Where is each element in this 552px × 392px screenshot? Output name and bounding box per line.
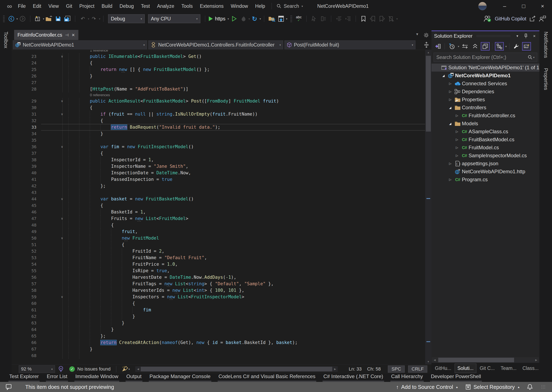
panel-grip[interactable] <box>476 35 511 37</box>
code-line[interactable]: 49fruit, <box>12 228 425 235</box>
next-bookmark-button[interactable] <box>378 14 386 23</box>
chevron-down-icon[interactable]: ▾ <box>99 17 100 21</box>
solution-configuration-dropdown[interactable]: Debug▾ <box>108 14 145 23</box>
tree-item-fruitmodel-cs[interactable]: ▷C#FruitModel.cs <box>431 144 539 152</box>
code-line[interactable]: 47∨Fruits = new List<FruitModel> <box>12 215 425 222</box>
chevron-down-icon[interactable]: ▾ <box>396 17 398 21</box>
menu-git[interactable]: Git <box>62 3 76 9</box>
navigate-cursor-back-button[interactable] <box>310 14 318 23</box>
chevron-down-icon[interactable]: ▾ <box>259 17 261 21</box>
menu-file[interactable]: File <box>14 3 29 9</box>
code-line[interactable]: 45{ <box>12 202 425 209</box>
tree-item-fruitbasketmodel-cs[interactable]: ▷C#FruitBasketModel.cs <box>431 136 539 144</box>
tree-item-solution-netcorewebapidemo1-1-of-1-proje[interactable]: Solution 'NetCoreWebAPIDemo1' (1 of 1 pr… <box>431 63 539 72</box>
code-line[interactable]: 61fim <box>12 307 425 313</box>
code-line[interactable]: 59∨Inspectors = new List<FruitInspectorM… <box>12 294 425 300</box>
tree-collapsed-icon[interactable]: ▷ <box>447 82 453 85</box>
menu-help[interactable]: Help <box>251 3 269 9</box>
search-control[interactable]: Search ▾ <box>275 3 304 9</box>
panel-title-bar[interactable]: Solution Explorer ▼ × <box>431 31 539 41</box>
menu-extensions[interactable]: Extensions <box>196 3 227 9</box>
chevron-down-icon[interactable]: ▾ <box>43 17 44 21</box>
sync-with-active-document-icon[interactable] <box>460 42 469 50</box>
scroll-up-icon[interactable]: ▲ <box>425 50 431 55</box>
code-line[interactable]: 57FruitTags = new List<string> { "Defaul… <box>12 281 425 287</box>
panel-horizontal-scrollbar[interactable]: ◀ ▶ <box>432 357 539 363</box>
properties-wrench-icon[interactable] <box>512 42 521 50</box>
panel-tab-team[interactable]: Team... <box>498 364 519 373</box>
menu-build[interactable]: Build <box>98 3 116 9</box>
tree-expanded-icon[interactable]: ◢ <box>447 122 453 125</box>
code-line[interactable]: 26} <box>12 73 425 79</box>
member-dropdown[interactable]: Post(FruitModel fruit) ▾ <box>284 40 416 49</box>
chevron-down-icon[interactable]: ▾ <box>286 17 287 21</box>
file-nesting-icon[interactable] <box>495 42 504 50</box>
browse-home-button[interactable] <box>277 14 285 23</box>
code-line[interactable]: 23∨public IEnumerable<FruitBasketModel> … <box>12 53 425 60</box>
menu-tools[interactable]: Tools <box>178 3 196 9</box>
panel-tab-class[interactable]: Class... <box>520 364 539 373</box>
navigate-forward-button[interactable] <box>19 14 27 23</box>
fold-arrow-icon[interactable]: ∨ <box>41 144 68 150</box>
spaces-indicator[interactable]: SPC <box>388 365 405 373</box>
code-line[interactable]: 67} <box>12 346 425 352</box>
code-line[interactable]: 30{ <box>12 105 425 111</box>
properties-tab[interactable]: Properties <box>543 64 549 94</box>
code-line[interactable]: 36∨var fim = new FruitInspectorModel() <box>12 144 425 150</box>
solution-platform-dropdown[interactable]: Any CPU▾ <box>148 14 200 23</box>
tree-collapsed-icon[interactable]: ▷ <box>454 130 460 133</box>
notifications-tab[interactable]: Notifications <box>543 28 549 62</box>
maximize-button[interactable]: □ <box>514 0 533 12</box>
tree-item-asampleclass-cs[interactable]: ▷C#ASampleClass.cs <box>431 128 539 136</box>
spell-check-button[interactable]: abc ✓ <box>295 14 303 23</box>
code-line[interactable]: 44∨var basket = new FruitBasketModel() <box>12 196 425 202</box>
document-tab[interactable]: FruitInfoController.cs ⊣ ✕ <box>14 30 78 40</box>
scroll-right-icon[interactable]: ▶ <box>533 357 539 363</box>
code-line[interactable]: 54FruitPrice = 1.0, <box>12 261 425 268</box>
scroll-right-icon[interactable]: ▶ <box>332 366 338 372</box>
issues-label[interactable]: No issues found <box>77 366 111 372</box>
resize-grip[interactable] <box>541 385 546 389</box>
start-without-debugging-button[interactable] <box>230 14 238 23</box>
code-cleanup-broom-icon[interactable] <box>122 366 128 372</box>
code-line[interactable]: 31∨if (fruit == null || string.IsNullOrE… <box>12 111 425 118</box>
eol-indicator[interactable]: CRLF <box>408 365 427 373</box>
menu-project[interactable]: Project <box>76 3 98 9</box>
menu-analyze[interactable]: Analyze <box>153 3 178 9</box>
code-line[interactable]: 37{ <box>12 150 425 157</box>
toggle-bookmark-button[interactable] <box>359 14 367 23</box>
clear-bookmarks-button[interactable] <box>387 14 395 23</box>
menu-edit[interactable]: Edit <box>29 3 45 9</box>
chevron-down-icon[interactable]: ▾ <box>249 17 250 21</box>
tree-item-appsettings-json[interactable]: ▷{ }appsettings.json <box>431 160 539 168</box>
code-line[interactable]: 58HarvesterIds = new List<int> { 100, 10… <box>12 287 425 294</box>
code-line[interactable]: 41PassedInspection = true <box>12 176 425 183</box>
code-line[interactable]: 52FruitId = 2, <box>12 248 425 254</box>
find-in-files-button[interactable] <box>268 14 276 23</box>
code-line[interactable]: 29∨public ActionResult<FruitBasketModel>… <box>12 98 425 105</box>
navigate-back-button[interactable] <box>7 14 15 23</box>
split-window-icon[interactable] <box>423 42 429 48</box>
close-panel-icon[interactable]: × <box>532 34 537 39</box>
editor-options-gear-icon[interactable] <box>423 32 429 38</box>
fold-arrow-icon[interactable]: ∨ <box>41 294 68 300</box>
code-line[interactable]: 62} <box>12 313 425 320</box>
fold-arrow-icon[interactable]: ∨ <box>41 111 68 118</box>
chevron-down-icon[interactable]: ▾ <box>505 45 507 48</box>
github-copilot-status[interactable]: GitHub Copilot <box>483 12 546 25</box>
horizontal-scrollbar[interactable]: ◀ ▶ <box>135 366 338 372</box>
show-all-files-icon[interactable] <box>481 42 490 50</box>
avatar[interactable] <box>478 2 487 10</box>
tree-item-program-cs[interactable]: ▷C#Program.cs <box>431 175 539 184</box>
code-line[interactable]: 64} <box>12 326 425 333</box>
code-line[interactable]: 48{ <box>12 222 425 228</box>
menu-window[interactable]: Window <box>227 3 251 9</box>
scroll-left-icon[interactable]: ◀ <box>135 366 141 372</box>
bell-icon[interactable] <box>527 384 533 390</box>
hot-reload-button[interactable] <box>240 14 248 23</box>
tree-collapsed-icon[interactable]: ▷ <box>454 154 460 157</box>
panel-tab-gitc[interactable]: Git C... <box>477 364 497 373</box>
collapse-all-icon[interactable] <box>471 42 480 50</box>
chevron-down-icon[interactable]: ▾ <box>458 45 459 48</box>
zoom-dropdown[interactable]: 92 %▾ <box>19 365 55 373</box>
